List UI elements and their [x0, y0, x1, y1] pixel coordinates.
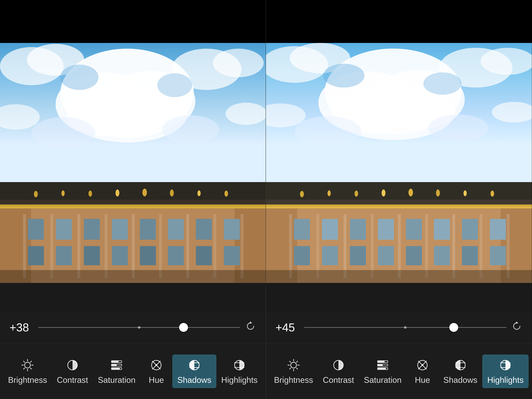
svg-rect-115	[322, 219, 338, 240]
right-tool-shadows[interactable]: Shadows	[439, 355, 482, 388]
left-saturation-icon	[109, 358, 124, 372]
right-slider-midpoint	[404, 326, 406, 329]
right-brightness-label: Brightness	[274, 375, 313, 385]
svg-point-11	[162, 115, 219, 144]
left-tool-highlights[interactable]: Highlights	[216, 355, 262, 388]
svg-point-50	[115, 190, 119, 196]
svg-rect-105	[289, 214, 292, 278]
left-highlights-label: Highlights	[221, 375, 258, 385]
svg-rect-33	[84, 219, 100, 240]
svg-point-51	[142, 189, 147, 196]
svg-rect-27	[159, 214, 162, 278]
right-reset-button[interactable]	[511, 321, 522, 335]
left-slider-track-container[interactable]	[38, 327, 240, 328]
right-tool-saturation[interactable]: Saturation	[359, 355, 406, 388]
right-building-svg	[266, 182, 532, 283]
left-top-bar	[0, 0, 266, 43]
svg-rect-154	[378, 364, 383, 366]
svg-point-134	[408, 189, 413, 196]
svg-rect-72	[112, 368, 120, 370]
svg-rect-34	[112, 219, 128, 240]
svg-rect-117	[378, 219, 394, 240]
svg-rect-110	[425, 214, 428, 278]
left-reset-button[interactable]	[245, 321, 256, 335]
left-tool-shadows[interactable]: Shadows	[172, 355, 216, 388]
svg-rect-44	[168, 246, 184, 266]
right-highlights-label: Highlights	[487, 375, 524, 385]
svg-rect-125	[378, 246, 394, 266]
svg-rect-106	[316, 214, 319, 278]
svg-rect-112	[480, 214, 482, 278]
right-clouds	[266, 43, 532, 199]
svg-point-57	[25, 362, 30, 368]
left-contrast-icon	[65, 358, 80, 372]
left-building-svg	[0, 182, 266, 283]
left-slider-midpoint	[138, 326, 140, 329]
svg-line-63	[30, 368, 32, 369]
left-panel: +38	[0, 0, 266, 399]
svg-rect-109	[398, 214, 401, 278]
left-building	[0, 182, 266, 283]
right-slider-thumb[interactable]	[449, 323, 458, 332]
svg-rect-118	[406, 219, 422, 240]
left-slider-thumb[interactable]	[179, 323, 188, 332]
left-brightness-icon	[20, 358, 35, 372]
svg-rect-26	[132, 214, 135, 278]
left-photo	[0, 43, 266, 283]
right-shadows-label: Shadows	[443, 375, 477, 385]
svg-line-145	[290, 361, 291, 362]
svg-point-13	[157, 73, 192, 97]
left-slider-value: +38	[10, 321, 33, 334]
svg-rect-32	[56, 219, 72, 240]
right-tool-highlights[interactable]: Highlights	[482, 355, 528, 388]
right-tool-hue[interactable]: Hue	[406, 355, 438, 388]
left-saturation-label: Saturation	[98, 375, 135, 385]
left-tool-saturation[interactable]: Saturation	[93, 355, 140, 388]
svg-point-9	[226, 103, 266, 125]
svg-line-65	[24, 368, 25, 369]
svg-point-48	[61, 190, 64, 196]
svg-line-146	[297, 368, 298, 369]
left-tool-contrast[interactable]: Contrast	[52, 355, 93, 388]
left-tool-brightness[interactable]: Brightness	[3, 355, 52, 388]
left-tool-hue[interactable]: Hue	[140, 355, 172, 388]
svg-rect-107	[343, 214, 346, 278]
svg-point-132	[355, 191, 358, 197]
svg-point-54	[224, 191, 228, 197]
right-contrast-icon	[331, 358, 346, 372]
svg-line-147	[297, 361, 298, 362]
right-contrast-label: Contrast	[323, 375, 354, 385]
svg-rect-124	[350, 246, 366, 266]
svg-rect-31	[28, 219, 44, 240]
svg-point-76	[155, 364, 157, 366]
svg-rect-119	[434, 219, 450, 240]
svg-rect-122	[294, 246, 310, 266]
left-slider-track[interactable]	[38, 327, 240, 328]
svg-rect-155	[378, 368, 386, 370]
svg-line-64	[30, 361, 32, 362]
right-saturation-label: Saturation	[364, 375, 402, 385]
svg-rect-127	[434, 246, 450, 266]
svg-rect-111	[452, 214, 455, 278]
left-hue-label: Hue	[149, 375, 164, 385]
svg-rect-45	[196, 246, 212, 266]
svg-rect-37	[196, 219, 212, 240]
svg-point-96	[423, 72, 462, 95]
svg-point-12	[60, 64, 99, 90]
svg-point-7	[213, 49, 264, 77]
right-tool-contrast[interactable]: Contrast	[318, 355, 359, 388]
svg-rect-129	[490, 246, 506, 266]
right-slider-track[interactable]	[304, 327, 507, 328]
svg-rect-30	[241, 214, 243, 278]
left-hue-icon	[149, 358, 164, 372]
svg-rect-35	[140, 219, 156, 240]
svg-rect-116	[350, 219, 366, 240]
right-slider-track-container[interactable]	[304, 327, 507, 328]
svg-point-131	[328, 190, 331, 196]
right-tool-brightness[interactable]: Brightness	[269, 355, 318, 388]
svg-rect-46	[224, 246, 240, 266]
right-building	[266, 182, 532, 283]
right-brightness-icon	[286, 358, 301, 372]
svg-rect-128	[462, 246, 478, 266]
svg-point-94	[428, 114, 488, 141]
